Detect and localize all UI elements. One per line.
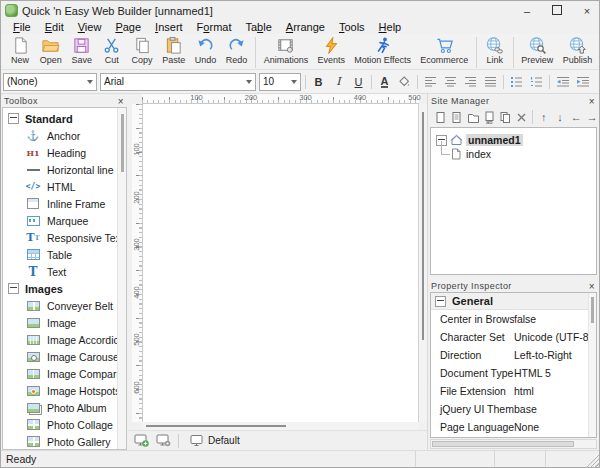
toolbox-item-table[interactable]: Table — [3, 246, 126, 263]
canvas-horizontal-scrollbar[interactable] — [142, 422, 419, 430]
toolbox-scrollbar[interactable] — [117, 108, 126, 449]
page-properties-button[interactable] — [450, 110, 463, 124]
collapse-icon[interactable] — [8, 283, 19, 294]
italic-button[interactable]: I — [330, 74, 347, 90]
align-left-button[interactable] — [422, 74, 439, 90]
tree-node-root[interactable]: unnamed1 — [431, 133, 596, 147]
toolbox-item-anchor[interactable]: Anchor — [3, 127, 126, 144]
copy-button[interactable]: Copy — [127, 36, 158, 65]
clone-page-button[interactable] — [499, 110, 512, 124]
increase-indent-button[interactable] — [574, 74, 591, 90]
close-button[interactable]: × — [581, 5, 593, 17]
toolbox-item-responsive-text[interactable]: Responsive Text — [3, 229, 126, 246]
font-combobox[interactable]: Arial — [100, 73, 256, 91]
collapse-icon[interactable] — [8, 113, 19, 124]
scrollbar-thumb[interactable] — [591, 297, 594, 323]
toolbox-item-marquee[interactable]: Marquee — [3, 212, 126, 229]
toolbox-item-image-carousel[interactable]: Image Carousel — [3, 348, 126, 365]
toolbox-item-conveyer-belt[interactable]: Conveyer Belt — [3, 297, 126, 314]
animations-button[interactable]: Animations — [259, 36, 313, 65]
property-inspector-close-icon[interactable]: × — [589, 282, 595, 291]
toolbox-close-icon[interactable]: × — [118, 97, 124, 106]
toolbox-item-horizontal-line[interactable]: Horizontal line — [3, 161, 126, 178]
move-down-button[interactable]: ↓ — [553, 110, 566, 124]
menu-help[interactable]: Help — [372, 21, 409, 33]
maximize-button[interactable] — [551, 5, 563, 17]
toolbox-item-inline-frame[interactable]: Inline Frame — [3, 195, 126, 212]
style-combobox[interactable]: (None) — [3, 73, 97, 91]
image-carousel-icon — [26, 352, 40, 362]
minimize-button[interactable]: – — [521, 5, 533, 17]
menu-arrange[interactable]: Arrange — [279, 21, 332, 33]
toolbox-item-heading[interactable]: Heading — [3, 144, 126, 161]
move-right-button[interactable]: → — [586, 110, 599, 124]
design-page[interactable] — [143, 104, 419, 422]
toolbox-item-html[interactable]: HTML — [3, 178, 126, 195]
move-left-button[interactable]: ← — [570, 110, 583, 124]
collapse-icon[interactable] — [435, 296, 446, 307]
events-button[interactable]: Events — [313, 36, 350, 65]
move-up-button[interactable]: ↑ — [537, 110, 550, 124]
property-section-general[interactable]: General — [431, 293, 596, 310]
cut-button[interactable]: Cut — [97, 36, 127, 65]
ecommerce-button[interactable]: Ecommerce — [416, 36, 473, 65]
align-center-button[interactable] — [442, 74, 459, 90]
toolbox-item-image-comparison[interactable]: Image Comparison — [3, 365, 126, 382]
site-manager-close-icon[interactable]: × — [589, 97, 595, 106]
tree-node-index[interactable]: index — [431, 147, 596, 161]
copy-pages-icon — [133, 36, 152, 55]
property-grid-scrollbar[interactable] — [588, 293, 596, 437]
new-page-button[interactable] — [434, 110, 447, 124]
menu-table[interactable]: Table — [238, 21, 278, 33]
publish-button[interactable]: Publish — [558, 36, 597, 65]
new-button[interactable]: New — [5, 36, 35, 65]
align-right-button[interactable] — [462, 74, 479, 90]
preview-button[interactable]: Preview — [517, 36, 558, 65]
font-color-button[interactable]: A — [376, 74, 393, 90]
canvas-vertical-scrollbar[interactable] — [419, 104, 427, 422]
menu-insert[interactable]: Insert — [148, 21, 190, 33]
undo-button[interactable]: Undo — [190, 36, 221, 65]
menu-tools[interactable]: Tools — [332, 21, 372, 33]
resize-grip-icon[interactable] — [586, 454, 599, 467]
numbered-list-button[interactable] — [528, 74, 545, 90]
toolbox-item-image[interactable]: Image — [3, 314, 126, 331]
save-button[interactable]: Save — [67, 36, 97, 65]
menu-page[interactable]: Page — [108, 21, 148, 33]
underline-button[interactable]: U — [350, 74, 367, 90]
property-grid-horizontal-scrollbar[interactable] — [430, 439, 597, 449]
font-size-combobox[interactable]: 10 — [259, 73, 301, 91]
toolbox-item-photo-album[interactable]: Photo Album — [3, 399, 126, 416]
scrollbar-thumb[interactable] — [121, 114, 124, 172]
toolbox-item-photo-gallery[interactable]: Photo Gallery — [3, 433, 126, 450]
link-button[interactable]: Link — [480, 36, 510, 65]
bullet-list-button[interactable] — [508, 74, 525, 90]
toolbox-item-photo-collage[interactable]: Photo Collage — [3, 416, 126, 433]
new-folder-button[interactable] — [466, 110, 479, 124]
menu-format[interactable]: Format — [190, 21, 239, 33]
redo-button[interactable]: Redo — [221, 36, 252, 65]
motion-effects-button[interactable]: Motion Effects — [350, 36, 416, 65]
rename-page-button[interactable]: ab — [483, 110, 496, 124]
scrollbar-thumb[interactable] — [146, 425, 286, 427]
highlight-color-button[interactable] — [396, 74, 413, 90]
toolbox-item-image-accordion[interactable]: Image Accordion — [3, 331, 126, 348]
menu-file[interactable]: File — [6, 21, 38, 33]
delete-page-button[interactable] — [515, 110, 528, 124]
bold-button[interactable]: B — [310, 74, 327, 90]
menu-view[interactable]: View — [71, 21, 109, 33]
scrollbar-thumb[interactable] — [422, 112, 424, 340]
decrease-indent-button[interactable] — [554, 74, 571, 90]
toolbox-section-standard[interactable]: Standard — [3, 110, 126, 127]
add-breakpoint-button[interactable] — [133, 433, 151, 448]
toolbox-section-images[interactable]: Images — [3, 280, 126, 297]
align-justify-button[interactable] — [482, 74, 499, 90]
breakpoint-tab-default[interactable]: Default — [184, 434, 246, 447]
open-button[interactable]: Open — [35, 36, 67, 65]
manage-breakpoints-button[interactable] — [155, 433, 173, 448]
paste-button[interactable]: Paste — [157, 36, 190, 65]
menu-edit[interactable]: Edit — [38, 21, 71, 33]
toolbox-item-text[interactable]: Text — [3, 263, 126, 280]
scrollbar-thumb[interactable] — [432, 441, 574, 447]
toolbox-item-image-hotspots[interactable]: Image Hotspots — [3, 382, 126, 399]
